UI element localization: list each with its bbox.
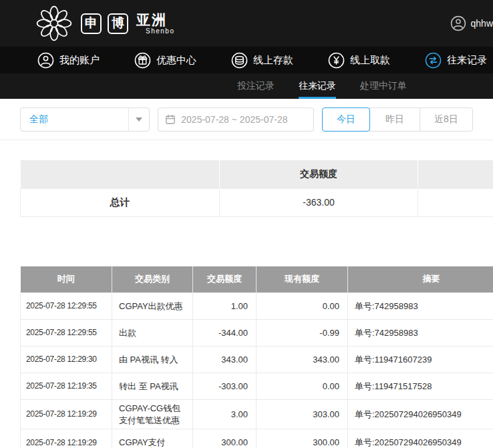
column-header-time: 时间 — [21, 266, 112, 293]
brand-subtitle: Shenbo — [136, 28, 174, 35]
cell-time: 2025-07-28 12:19:35 — [21, 373, 112, 400]
date-range-value: 2025-07-28 ~ 2025-07-28 — [181, 114, 287, 125]
brand-logo[interactable]: 申 博 亚洲 Shenbo — [33, 5, 174, 42]
summary-total-label: 总计 — [21, 188, 220, 216]
nav-item-promotions[interactable]: 优惠中心 — [134, 52, 196, 69]
today-button[interactable]: 今日 — [322, 107, 370, 132]
cell-note: 单号:742958983 — [348, 293, 493, 320]
cell-time: 2025-07-28 12:19:29 — [21, 400, 112, 429]
gift-icon — [134, 52, 151, 69]
nav-item-deposit[interactable]: 线上存款 — [231, 52, 293, 69]
cell-balance: 343.00 — [257, 347, 348, 373]
cell-amount: -344.00 — [193, 320, 257, 347]
summary-table: 交易额度 总计 -363.00 — [20, 160, 493, 217]
username: qhhw — [471, 18, 493, 29]
nav-item-label: 往来记录 — [447, 54, 487, 67]
table-row: 2025-07-28 12:19:35 转出 至 PA视讯 -303.00 0.… — [21, 373, 493, 400]
summary-header-blank-2 — [418, 160, 493, 188]
cell-type: CGPAY支付 — [112, 429, 193, 448]
column-header-note: 摘要 — [348, 266, 493, 293]
type-filter-select[interactable]: 全部 — [20, 107, 150, 132]
cell-amount: 300.00 — [193, 429, 257, 448]
nav-item-label: 线上存款 — [253, 54, 293, 67]
calendar-icon — [165, 114, 176, 125]
cell-type: 由 PA视讯 转入 — [112, 347, 193, 373]
nav-item-label: 线上取款 — [350, 54, 390, 67]
table-row: 2025-07-28 12:29:55 出款 -344.00 -0.99 单号:… — [21, 320, 493, 347]
cell-amount: 3.00 — [193, 400, 257, 429]
tab-bet-records[interactable]: 投注记录 — [237, 73, 275, 99]
cell-type: 出款 — [112, 320, 193, 347]
main-nav: 我的账户 优惠中心 — [0, 47, 493, 73]
table-row: 2025-07-28 12:19:29 CGPAY支付 300.00 300.0… — [21, 429, 493, 448]
transactions-table: 时间 交易类别 交易额度 现有额度 摘要 2025-07-28 12:29:55… — [20, 266, 493, 448]
tab-transaction-records[interactable]: 往来记录 — [299, 73, 336, 99]
cell-time: 2025-07-28 12:29:55 — [21, 293, 112, 320]
tab-processing-orders[interactable]: 处理中订单 — [360, 73, 407, 99]
records-subnav: 投注记录 往来记录 处理中订单 — [0, 73, 493, 99]
cell-balance: -0.99 — [257, 320, 348, 347]
nav-item-records[interactable]: 往来记录 — [425, 52, 487, 69]
brand-wordmark: 亚洲 Shenbo — [136, 13, 174, 35]
page: 申 博 亚洲 Shenbo qhhw — [0, 0, 493, 448]
brand-char-box-2: 博 — [108, 13, 128, 34]
cell-amount: 343.00 — [193, 347, 257, 373]
topbar: 申 博 亚洲 Shenbo qhhw — [0, 0, 493, 47]
cell-time: 2025-07-28 12:29:30 — [21, 347, 112, 373]
summary-total-value: -363.00 — [220, 188, 418, 216]
quick-range-group: 今日 昨日 近8日 — [322, 107, 473, 132]
nav-item-my-account[interactable]: 我的账户 — [37, 52, 100, 69]
summary-total-row: 总计 -363.00 — [21, 188, 493, 216]
summary-header-row: 交易额度 — [21, 160, 493, 188]
lotus-logo-icon — [33, 5, 75, 42]
cell-note: 单号:119471607239 — [348, 347, 493, 373]
table-row: 2025-07-28 12:29:30 由 PA视讯 转入 343.00 343… — [21, 347, 493, 373]
summary-header-amount: 交易额度 — [220, 160, 418, 188]
cell-balance: 300.00 — [257, 429, 348, 448]
brand-char-box-1: 申 — [81, 13, 102, 34]
account-icon — [37, 52, 54, 69]
yesterday-button[interactable]: 昨日 — [369, 107, 420, 132]
cell-note: 单号:742958983 — [348, 320, 493, 347]
table-row: 2025-07-28 12:29:55 CGPAY出款优惠 1.00 0.00 … — [21, 293, 493, 320]
withdraw-yuan-icon — [328, 52, 345, 69]
nav-item-label: 优惠中心 — [156, 54, 196, 67]
cell-type: CGPAY-CG钱包支付笔笔送优惠 — [112, 400, 193, 429]
cell-balance: 303.00 — [257, 400, 348, 429]
date-range-picker[interactable]: 2025-07-28 ~ 2025-07-28 — [158, 107, 314, 132]
deposit-coins-icon — [231, 52, 248, 69]
table-header-row: 时间 交易类别 交易额度 现有额度 摘要 — [21, 266, 493, 293]
summary-total-blank — [418, 188, 493, 216]
type-filter-value: 全部 — [21, 114, 128, 126]
user-menu[interactable]: qhhw — [450, 0, 493, 47]
column-header-balance: 现有额度 — [257, 266, 348, 293]
cell-time: 2025-07-28 12:19:29 — [21, 429, 112, 448]
nav-item-label: 我的账户 — [59, 54, 100, 67]
brand-region: 亚洲 — [136, 13, 174, 27]
nav-item-withdrawal[interactable]: 线上取款 — [328, 52, 390, 69]
cell-amount: -303.00 — [193, 373, 257, 400]
transfer-arrows-icon — [425, 52, 442, 69]
table-row: 2025-07-28 12:19:29 CGPAY-CG钱包支付笔笔送优惠 3.… — [21, 400, 493, 429]
cell-note: 单号:202507294026950349 — [348, 429, 493, 448]
cell-type: CGPAY出款优惠 — [112, 293, 193, 320]
filter-bar: 全部 2025-07-28 ~ 2025-07-28 今日 昨日 近8日 — [20, 107, 473, 132]
cell-time: 2025-07-28 12:29:55 — [21, 320, 112, 347]
column-header-type: 交易类别 — [112, 266, 193, 293]
chevron-down-icon — [129, 118, 149, 122]
cell-type: 转出 至 PA视讯 — [112, 373, 193, 400]
cell-balance: 0.00 — [257, 373, 348, 400]
cell-note: 单号:119471517528 — [348, 373, 493, 400]
summary-header-blank — [21, 160, 220, 188]
cell-note: 单号:202507294026950349 — [348, 400, 493, 429]
cell-amount: 1.00 — [193, 293, 257, 320]
filter-divider — [0, 140, 493, 140]
user-avatar-icon — [450, 15, 466, 31]
column-header-amount: 交易额度 — [193, 266, 257, 293]
last-8-days-button[interactable]: 近8日 — [420, 107, 473, 132]
cell-balance: 0.00 — [257, 293, 348, 320]
